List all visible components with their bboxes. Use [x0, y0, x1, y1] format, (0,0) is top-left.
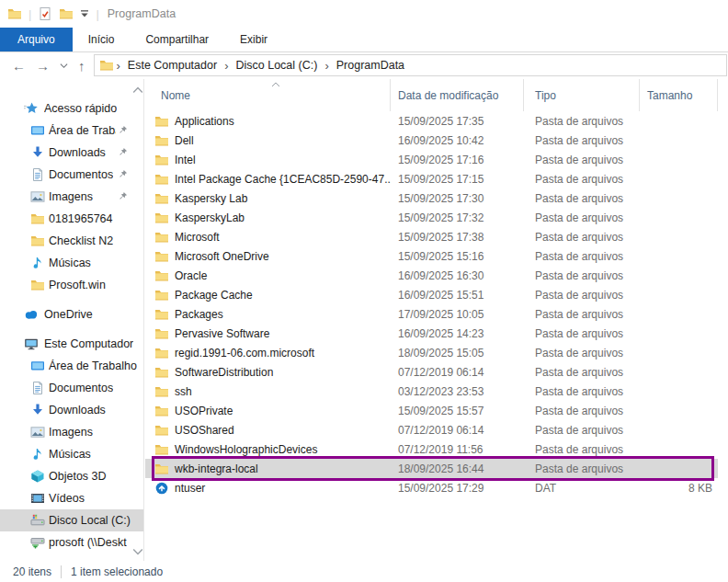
file-row-microsoft[interactable]: Microsoft15/09/2025 17:38Pasta de arquiv…	[145, 227, 718, 246]
file-type: Pasta de arquivos	[524, 211, 640, 224]
file-row-packages[interactable]: Packages17/09/2025 10:05Pasta de arquivo…	[145, 304, 718, 324]
file-modified-date: 03/12/2023 23:53	[391, 385, 524, 398]
image-icon	[30, 189, 45, 204]
navigation-bar: ← → ↑ › Este Computador › Disco Local (C…	[0, 51, 728, 79]
file-type: Pasta de arquivos	[524, 269, 640, 282]
file-modified-date: 16/09/2025 16:30	[391, 269, 524, 282]
file-name: ssh	[145, 385, 391, 398]
sidebar-item-imagens[interactable]: Imagens	[0, 186, 143, 208]
sidebar-item-m-sicas[interactable]: Músicas	[0, 252, 143, 274]
sidebar-item-v-deos[interactable]: Vídeos	[0, 487, 143, 509]
column-header-nome[interactable]: Nome	[145, 79, 391, 111]
sidebar-item-downloads[interactable]: Downloads	[0, 399, 143, 421]
downloads-icon	[30, 145, 45, 160]
sidebar-section-acesso-r-pido[interactable]: Acesso rápido	[0, 97, 143, 120]
file-row-softwaredistribution[interactable]: SoftwareDistribution07/12/2019 06:14Past…	[145, 362, 718, 382]
file-size: 8 KB	[640, 482, 718, 495]
column-header-tamanho[interactable]: Tamanho	[640, 79, 718, 111]
file-name: regid.1991-06.com.microsoft	[145, 347, 391, 359]
selection-count: 1 item selecionado	[71, 565, 163, 578]
sidebar-item-prosoft-deskt[interactable]: prosoft (\\Deskt	[0, 531, 143, 553]
file-row-intel[interactable]: Intel15/09/2025 17:16Pasta de arquivos	[145, 150, 718, 169]
file-row-wkb-integra-local[interactable]: wkb-integra-local18/09/2025 16:44Pasta d…	[145, 459, 718, 478]
videos-icon	[30, 491, 45, 506]
folder-icon	[154, 384, 169, 399]
sidebar-item-imagens[interactable]: Imagens	[0, 421, 143, 443]
breadcrumb-disco-local-c[interactable]: Disco Local (C:)	[231, 59, 322, 72]
tab-exibir[interactable]: Exibir	[224, 28, 283, 51]
sidebar-section-este-computador[interactable]: Este Computador	[0, 333, 143, 355]
column-header-data-de-modificacao[interactable]: Data de modificação	[391, 79, 524, 111]
sidebar-section-onedrive[interactable]: OneDrive	[0, 303, 143, 325]
file-row-dell[interactable]: Dell16/09/2025 10:42Pasta de arquivos	[145, 131, 718, 150]
sidebar-item-rea-de-trabalho[interactable]: Área de Trabalho	[0, 120, 143, 142]
back-icon[interactable]: ←	[12, 59, 26, 73]
sidebar-item-m-sicas[interactable]: Músicas	[0, 443, 143, 465]
sidebar-item-documentos[interactable]: Documentos	[0, 377, 143, 399]
file-row-oracle[interactable]: Oracle16/09/2025 16:30Pasta de arquivos	[145, 266, 718, 285]
file-modified-date: 15/09/2025 17:16	[391, 154, 524, 166]
folder-icon	[30, 278, 45, 292]
file-row-regid-1991-06-com-microsoft[interactable]: regid.1991-06.com.microsoft18/09/2025 15…	[145, 343, 718, 362]
file-row-kaspersky-lab[interactable]: Kaspersky Lab15/09/2025 17:30Pasta de ar…	[145, 188, 718, 208]
breadcrumb-programdata[interactable]: ProgramData	[332, 59, 409, 72]
sidebar-item-objetos-3d[interactable]: Objetos 3D	[0, 465, 143, 487]
sidebar-item-disco-local-c[interactable]: Disco Local (C:)	[0, 509, 143, 531]
file-modified-date: 16/09/2025 14:23	[391, 327, 524, 340]
sidebar-item-label: Músicas	[49, 448, 91, 461]
file-name: WindowsHolographicDevices	[145, 443, 391, 456]
file-type: Pasta de arquivos	[524, 154, 640, 166]
sidebar-item-label: Área de Trabalho	[49, 124, 116, 137]
customize-toolbar-caret-icon[interactable]	[80, 9, 89, 18]
file-name: Applications	[145, 115, 391, 128]
breadcrumb-chevron: ›	[114, 59, 123, 73]
window-title: ProgramData	[108, 7, 176, 20]
sidebar-item-label: Downloads	[49, 404, 106, 417]
up-icon[interactable]: ↑	[78, 59, 85, 73]
file-row-usoshared[interactable]: USOShared07/12/2019 06:14Pasta de arquiv…	[145, 420, 718, 439]
file-row-pervasive-software[interactable]: Pervasive Software16/09/2025 14:23Pasta …	[145, 324, 718, 343]
folder-icon	[154, 191, 169, 206]
forward-icon[interactable]: →	[36, 59, 50, 73]
column-header-tipo[interactable]: Tipo	[524, 79, 640, 111]
drive-icon	[30, 513, 45, 528]
file-row-ntuser[interactable]: ntuser15/09/2025 17:29DAT8 KB	[145, 478, 718, 497]
folder-icon[interactable]	[7, 6, 22, 21]
new-folder-icon[interactable]	[59, 6, 74, 21]
sidebar-item-downloads[interactable]: Downloads	[0, 142, 143, 164]
file-name: KasperskyLab	[145, 211, 391, 224]
tab-inicio[interactable]: Início	[73, 28, 131, 51]
tab-compartilhar[interactable]: Compartilhar	[130, 28, 224, 51]
sidebar-item-0181965764[interactable]: 0181965764	[0, 208, 143, 230]
file-row-intel-package-cache-1ceac85d-2590-47[interactable]: Intel Package Cache {1CEAC85D-2590-47...…	[145, 169, 718, 188]
file-row-kasperskylab[interactable]: KasperskyLab15/09/2025 17:32Pasta de arq…	[145, 208, 718, 227]
dat-file-icon	[154, 481, 169, 496]
file-row-windowsholographicdevices[interactable]: WindowsHolographicDevices07/12/2019 11:5…	[145, 439, 718, 459]
folder-icon	[154, 114, 169, 129]
file-row-usoprivate[interactable]: USOPrivate15/09/2025 15:57Pasta de arqui…	[145, 401, 718, 420]
address-bar[interactable]: › Este Computador › Disco Local (C:) › P…	[94, 54, 728, 76]
properties-icon[interactable]	[38, 6, 52, 21]
sidebar-item-checklist-n2[interactable]: Checklist N2	[0, 230, 143, 252]
breadcrumb-este-computador[interactable]: Este Computador	[123, 59, 222, 72]
sidebar-item-rea-de-trabalho[interactable]: Área de Trabalho	[0, 355, 143, 377]
sidebar-item-label: Imagens	[49, 426, 93, 439]
sidebar-scroll-up-icon[interactable]	[132, 86, 143, 94]
file-row-package-cache[interactable]: Package Cache16/09/2025 15:51Pasta de ar…	[145, 285, 718, 304]
file-row-ssh[interactable]: ssh03/12/2023 23:53Pasta de arquivos	[145, 382, 718, 401]
file-rows: Applications15/09/2025 17:35Pasta de arq…	[145, 111, 718, 497]
folder-icon	[154, 365, 169, 380]
address-folder-icon[interactable]	[99, 58, 114, 73]
sidebar-item-label: Músicas	[49, 257, 91, 269]
tab-arquivo[interactable]: Arquivo	[0, 28, 73, 51]
file-modified-date: 16/09/2025 15:51	[391, 289, 524, 302]
toolbar-separator: |	[96, 7, 98, 21]
file-row-applications[interactable]: Applications15/09/2025 17:35Pasta de arq…	[145, 111, 718, 131]
file-row-microsoft-onedrive[interactable]: Microsoft OneDrive15/09/2025 15:16Pasta …	[145, 246, 718, 266]
file-modified-date: 16/09/2025 10:42	[391, 134, 524, 147]
recent-locations-chevron-icon[interactable]	[60, 63, 68, 69]
sidebar-item-documentos[interactable]: Documentos	[0, 164, 143, 186]
sidebar-item-prosoft-win[interactable]: Prosoft.win	[0, 274, 143, 296]
sidebar-scroll-down-icon[interactable]	[132, 548, 143, 555]
breadcrumb-chevron: ›	[322, 59, 331, 73]
